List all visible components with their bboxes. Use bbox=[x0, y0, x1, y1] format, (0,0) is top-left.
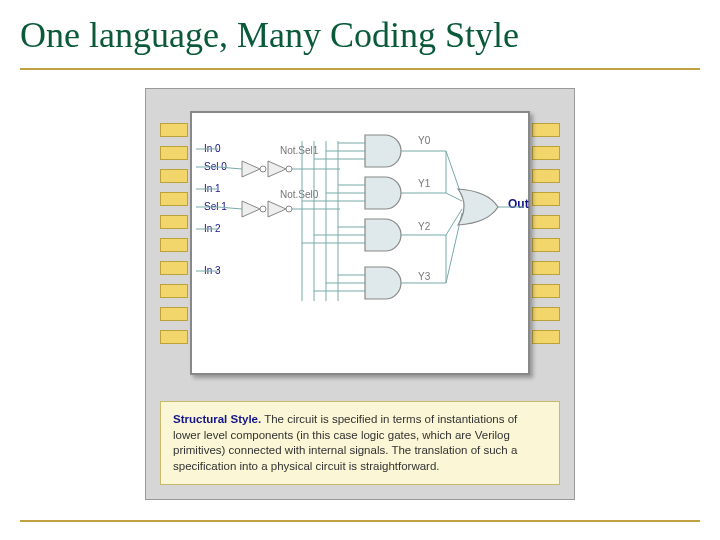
svg-line-34 bbox=[446, 193, 462, 201]
pin bbox=[532, 261, 560, 275]
pin bbox=[532, 307, 560, 321]
pin bbox=[160, 215, 188, 229]
pin bbox=[160, 123, 188, 137]
pin bbox=[160, 330, 188, 344]
svg-point-8 bbox=[260, 206, 266, 212]
pin bbox=[532, 123, 560, 137]
caption-lead: Structural Style. bbox=[173, 413, 261, 425]
caption-box: Structural Style. The circuit is specifi… bbox=[160, 401, 560, 485]
pin bbox=[160, 261, 188, 275]
pin bbox=[532, 284, 560, 298]
svg-point-9 bbox=[286, 206, 292, 212]
footer-rule bbox=[20, 520, 700, 522]
pin bbox=[532, 238, 560, 252]
svg-point-7 bbox=[286, 166, 292, 172]
slide-title: One language, Many Coding Style bbox=[20, 10, 700, 70]
pin bbox=[160, 146, 188, 160]
pin bbox=[532, 169, 560, 183]
pin bbox=[160, 192, 188, 206]
circuit-svg bbox=[190, 111, 530, 375]
svg-line-10 bbox=[218, 167, 242, 169]
pin bbox=[532, 215, 560, 229]
chip-diagram: In 0 Sel 0 In 1 Sel 1 In 2 In 3 Not.Sel1… bbox=[160, 103, 560, 383]
pins-right bbox=[532, 123, 560, 344]
pin bbox=[160, 169, 188, 183]
pins-left bbox=[160, 123, 188, 344]
pin bbox=[160, 284, 188, 298]
pin bbox=[160, 307, 188, 321]
slide: One language, Many Coding Style bbox=[0, 0, 720, 540]
svg-line-11 bbox=[218, 207, 242, 209]
pin bbox=[532, 330, 560, 344]
pin bbox=[532, 146, 560, 160]
svg-point-6 bbox=[260, 166, 266, 172]
pin bbox=[532, 192, 560, 206]
figure-container: In 0 Sel 0 In 1 Sel 1 In 2 In 3 Not.Sel1… bbox=[145, 88, 575, 500]
pin bbox=[160, 238, 188, 252]
